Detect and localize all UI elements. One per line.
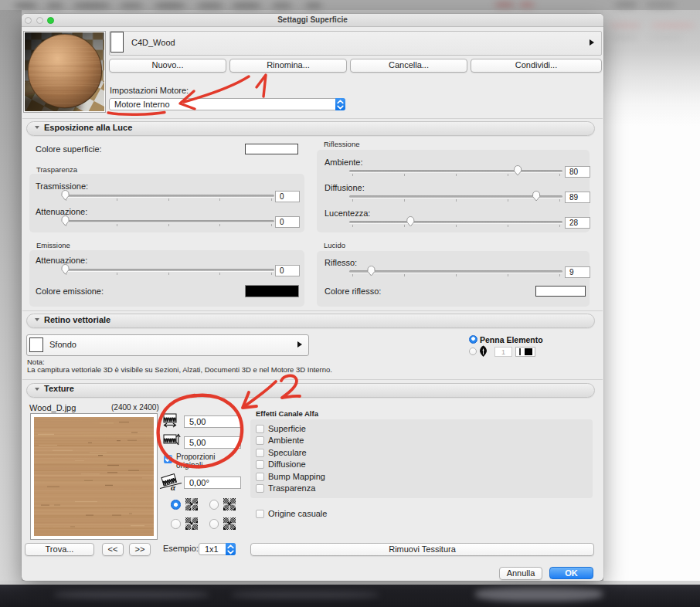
svg-text:α: α xyxy=(171,483,176,492)
